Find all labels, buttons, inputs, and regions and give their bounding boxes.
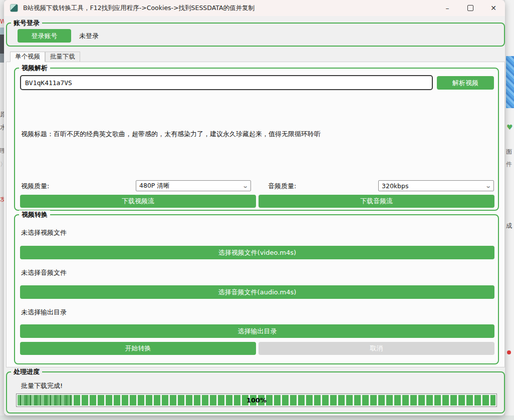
progress-status: 批量下载完成!: [21, 381, 63, 390]
convert-group: 视频转换 未选择视频文件 选择视频文件(video.m4s) 未选择音频文件 选…: [14, 214, 499, 364]
audio-quality-select[interactable]: 320kbps ⌄: [378, 180, 494, 191]
cancel-button[interactable]: 取消: [259, 342, 494, 355]
start-convert-button[interactable]: 开始转换: [20, 342, 256, 355]
login-status: 未登录: [79, 32, 99, 41]
progress-group: 处理进度 批量下载完成! 100%: [6, 371, 505, 413]
parse-group: 视频解析 解析视频 视频标题：百听不厌的经典英文歌曲，超带感的，太有感染力了，建…: [14, 68, 499, 211]
video-file-status: 未选择视频文件: [21, 228, 67, 237]
login-group: 账号登录 登录账号 未登录: [6, 23, 505, 47]
heart-icon: ♥: [506, 123, 513, 131]
background-right-fragment: 面: [506, 148, 514, 156]
app-window: B站视频下载转换工具，F12找到应用程序->Cookies->找到SESSDAT…: [4, 0, 505, 415]
parse-video-button[interactable]: 解析视频: [437, 76, 494, 90]
background-right-image: [506, 56, 514, 108]
tab-batch-download[interactable]: 批量下载: [45, 52, 80, 62]
screen: W 原 水 理 〉 发 ♥ 面 件 成 B站视频下载转换工具，F12找到应用程序…: [0, 0, 514, 420]
select-video-file-button[interactable]: 选择视频文件(video.m4s): [20, 246, 494, 259]
background-strip-bottom: [0, 415, 514, 420]
background-right-fragment: 件: [506, 160, 514, 169]
minimize-icon: –: [446, 4, 449, 12]
background-red-dot: [507, 350, 511, 354]
select-output-dir-button[interactable]: 选择输出目录: [20, 324, 494, 338]
chevron-down-icon: ⌄: [485, 183, 491, 189]
login-group-title: 账号登录: [11, 19, 42, 28]
audio-quality-label: 音频质量:: [268, 182, 296, 191]
background-right-fragment: 成: [506, 222, 514, 230]
close-button[interactable]: ✕: [482, 0, 505, 16]
progress-percent: 100%: [17, 394, 496, 406]
background-window-right: ♥ 面 件 成: [504, 0, 514, 420]
progress-group-title: 处理进度: [11, 367, 42, 376]
audio-quality-value: 320kbps: [382, 182, 408, 190]
close-icon: ✕: [490, 4, 496, 12]
output-dir-status: 未选择输出目录: [21, 308, 67, 317]
chevron-down-icon: ⌄: [242, 183, 248, 189]
window-title: B站视频下载转换工具，F12找到应用程序->Cookies->找到SESSDAT…: [23, 4, 254, 13]
video-quality-label: 视频质量:: [21, 182, 49, 191]
maximize-icon: [467, 5, 473, 11]
video-title-text: 视频标题：百听不厌的经典英文歌曲，超带感的，太有感染力了，建议永久珍藏起来，值得…: [21, 130, 492, 139]
maximize-button[interactable]: [459, 0, 482, 16]
tab-single-video[interactable]: 单个视频: [10, 52, 45, 62]
audio-file-status: 未选择音频文件: [21, 268, 67, 277]
titlebar[interactable]: B站视频下载转换工具，F12找到应用程序->Cookies->找到SESSDAT…: [4, 0, 505, 16]
login-button[interactable]: 登录账号: [18, 29, 71, 43]
convert-group-title: 视频转换: [19, 210, 50, 219]
download-audio-button[interactable]: 下载音频流: [259, 195, 494, 208]
parse-group-title: 视频解析: [19, 64, 50, 73]
video-quality-value: 480P 清晰: [139, 182, 169, 190]
video-id-input[interactable]: [20, 75, 433, 90]
app-icon: [10, 4, 18, 12]
select-audio-file-button[interactable]: 选择音频文件(audio.m4s): [20, 285, 494, 299]
progress-bar: 100%: [16, 393, 497, 407]
video-quality-select[interactable]: 480P 清晰 ⌄: [136, 180, 251, 191]
minimize-button[interactable]: –: [436, 0, 459, 16]
download-video-button[interactable]: 下载视频流: [20, 195, 256, 208]
